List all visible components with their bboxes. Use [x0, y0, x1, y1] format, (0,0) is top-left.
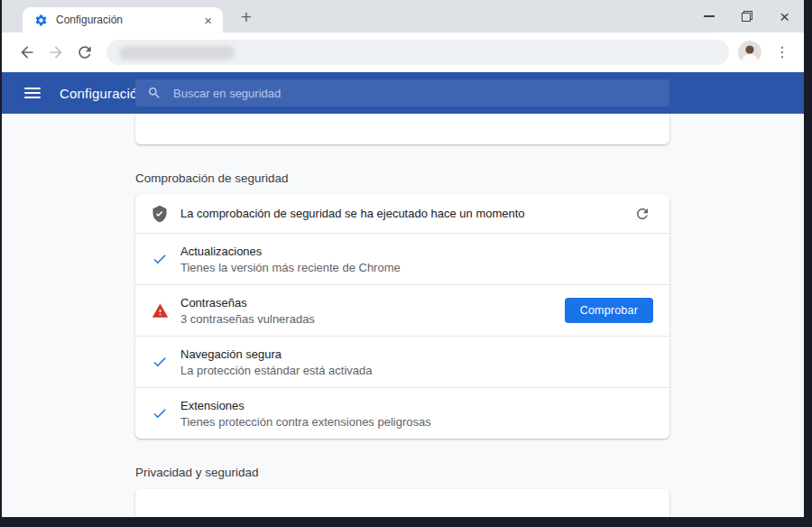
shield-check-icon: [150, 205, 170, 223]
previous-card-partial: [135, 114, 669, 144]
new-tab-button[interactable]: +: [235, 5, 258, 29]
blurred-url-text: [119, 46, 235, 60]
settings-gear-icon: [34, 14, 48, 27]
check-icon: [150, 354, 170, 370]
row-subtitle: 3 contraseñas vulneradas: [180, 312, 315, 326]
row-subtitle: Tienes la versión más reciente de Chrome: [180, 261, 401, 274]
tab-title: Configuración: [56, 14, 202, 26]
forward-button[interactable]: [42, 38, 70, 67]
safety-check-status-text: La comprobación de seguridad se ha ejecu…: [180, 207, 525, 220]
row-subtitle: Tienes protección contra extensiones pel…: [180, 415, 431, 429]
row-title: Extensiones: [180, 399, 431, 412]
safety-check-row-updates: Actualizaciones Tienes la versión más re…: [135, 233, 669, 284]
tab-strip: Configuración × + ×: [2, 0, 804, 32]
row-title: Actualizaciones: [180, 245, 401, 258]
settings-search-input[interactable]: [173, 87, 658, 100]
safety-check-row-safe-browsing: Navegación segura La protección estándar…: [135, 336, 669, 387]
warning-triangle-icon: [150, 302, 170, 319]
rerun-safety-check-button[interactable]: [632, 203, 653, 225]
browser-toolbar: ⋮: [2, 32, 804, 72]
restore-icon: [742, 11, 752, 22]
check-icon: [150, 405, 170, 421]
check-passwords-button[interactable]: Comprobar: [565, 298, 653, 323]
settings-search-box[interactable]: [135, 79, 669, 106]
browser-window: Configuración × + × ⋮: [2, 0, 804, 517]
menu-hamburger-button[interactable]: [24, 88, 41, 98]
privacy-card-partial: [135, 489, 669, 517]
settings-content: Comprobación de seguridad La comprobació…: [2, 114, 804, 517]
reload-icon: [76, 43, 94, 61]
settings-title: Configuración: [60, 86, 145, 101]
window-controls: ×: [704, 0, 789, 32]
row-title: Navegación segura: [180, 347, 372, 361]
hamburger-icon: [24, 88, 41, 89]
row-title: Contraseñas: [180, 296, 315, 310]
row-subtitle: La protección estándar está activada: [180, 364, 372, 377]
section-heading-security-check: Comprobación de seguridad: [135, 171, 669, 186]
safety-check-row-extensions: Extensiones Tienes protección contra ext…: [135, 387, 669, 439]
search-icon: [147, 86, 161, 100]
tab-close-icon[interactable]: ×: [202, 14, 214, 27]
security-check-card: La comprobación de seguridad se ha ejecu…: [135, 194, 669, 439]
section-heading-privacy: Privacidad y seguridad: [135, 466, 669, 480]
back-button[interactable]: [13, 38, 42, 67]
minimize-button[interactable]: [704, 15, 715, 17]
reload-button[interactable]: [70, 38, 99, 67]
window-close-button[interactable]: ×: [780, 8, 789, 25]
back-arrow-icon: [18, 43, 36, 61]
avatar-photo: [738, 41, 761, 64]
safety-check-row-passwords: Contraseñas 3 contraseñas vulneradas Com…: [135, 284, 669, 336]
minimize-icon: [704, 15, 715, 17]
settings-header: Configuración: [2, 72, 804, 114]
refresh-icon: [634, 206, 651, 222]
forward-arrow-icon: [47, 43, 65, 61]
restore-button[interactable]: [742, 11, 752, 22]
address-bar[interactable]: [106, 40, 729, 65]
tab-configuracion[interactable]: Configuración ×: [23, 7, 223, 32]
browser-menu-button[interactable]: ⋮: [775, 45, 789, 60]
safety-check-status-row: La comprobación de seguridad se ha ejecu…: [135, 194, 669, 233]
profile-avatar[interactable]: [738, 41, 761, 64]
check-icon: [150, 251, 170, 267]
